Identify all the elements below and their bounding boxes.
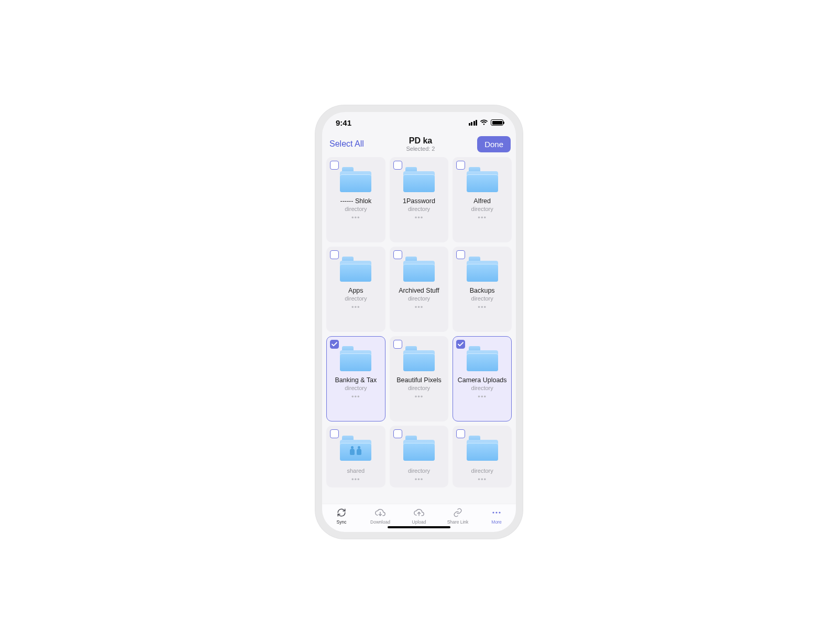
wifi-icon bbox=[480, 119, 488, 126]
folder-card[interactable]: Banking & Taxdirectory••• bbox=[326, 336, 385, 421]
folder-card[interactable]: Beautiful Pixelsdirectory••• bbox=[390, 336, 449, 421]
sync-icon bbox=[336, 507, 347, 518]
folder-subtitle: directory bbox=[408, 385, 430, 391]
folder-icon bbox=[403, 436, 435, 461]
screen: 9:41 Select All PD ka Selected: 2 bbox=[322, 112, 516, 532]
toolbar-upload[interactable]: Upload bbox=[403, 507, 435, 525]
card-more-icon[interactable]: ••• bbox=[351, 393, 360, 400]
folder-icon bbox=[467, 167, 498, 192]
folder-name: Alfred bbox=[456, 197, 508, 205]
folder-name: Banking & Tax bbox=[330, 376, 382, 384]
folder-name: Clients bbox=[393, 466, 445, 467]
folder-subtitle: directory bbox=[471, 468, 493, 474]
folder-subtitle: directory bbox=[345, 206, 367, 212]
folder-card[interactable]: Backupsdirectory••• bbox=[453, 247, 512, 332]
folder-name: Camera Uploads bbox=[456, 376, 508, 384]
status-time: 9:41 bbox=[336, 118, 351, 127]
selection-checkbox[interactable] bbox=[330, 429, 339, 438]
card-more-icon[interactable]: ••• bbox=[351, 476, 360, 483]
folder-card[interactable]: Archived Stuffdirectory••• bbox=[390, 247, 449, 332]
folder-name: ------ Shlok bbox=[330, 197, 382, 205]
selection-checkbox[interactable] bbox=[393, 340, 402, 349]
toolbar-share-label: Share Link bbox=[447, 519, 469, 525]
folder-grid-container[interactable]: ------ Shlokdirectory•••1Passworddirecto… bbox=[322, 157, 516, 504]
folder-card[interactable]: Chineseshared••• bbox=[326, 426, 385, 487]
svg-point-2 bbox=[499, 512, 500, 513]
card-more-icon[interactable]: ••• bbox=[415, 476, 424, 483]
folder-name: Beautiful Pixels bbox=[393, 376, 445, 384]
selection-checkbox[interactable] bbox=[456, 161, 465, 170]
folder-subtitle: shared bbox=[347, 468, 365, 474]
toolbar-share-link[interactable]: Share Link bbox=[442, 507, 473, 525]
selection-checkbox[interactable] bbox=[456, 250, 465, 259]
toolbar-download[interactable]: Download bbox=[365, 507, 396, 525]
folder-icon bbox=[403, 257, 435, 282]
card-more-icon[interactable]: ••• bbox=[415, 304, 424, 310]
folder-card[interactable]: Camera Uploadsdirectory••• bbox=[453, 336, 512, 421]
folder-name: Documents bbox=[456, 466, 508, 467]
card-more-icon[interactable]: ••• bbox=[415, 393, 424, 400]
folder-card[interactable]: Clientsdirectory••• bbox=[390, 426, 449, 487]
nav-bar: Select All PD ka Selected: 2 Done bbox=[322, 133, 516, 157]
home-indicator[interactable] bbox=[388, 526, 450, 529]
link-icon bbox=[453, 507, 463, 518]
toolbar-sync[interactable]: Sync bbox=[326, 507, 357, 525]
toolbar-upload-label: Upload bbox=[412, 519, 426, 525]
more-icon bbox=[491, 507, 502, 518]
cloud-upload-icon bbox=[414, 507, 424, 518]
card-more-icon[interactable]: ••• bbox=[351, 214, 360, 221]
folder-subtitle: directory bbox=[471, 385, 493, 391]
card-more-icon[interactable]: ••• bbox=[478, 304, 487, 310]
nav-title-group: PD ka Selected: 2 bbox=[406, 136, 435, 152]
folder-card[interactable]: Documentsdirectory••• bbox=[453, 426, 512, 487]
cellular-icon bbox=[469, 120, 478, 126]
card-more-icon[interactable]: ••• bbox=[351, 304, 360, 310]
folder-icon bbox=[403, 167, 435, 192]
selection-checkbox[interactable] bbox=[456, 429, 465, 438]
folder-name: 1Password bbox=[393, 197, 445, 205]
toolbar-download-label: Download bbox=[370, 519, 390, 525]
card-more-icon[interactable]: ••• bbox=[478, 214, 487, 221]
cloud-download-icon bbox=[375, 507, 385, 518]
folder-subtitle: directory bbox=[408, 295, 430, 302]
phone-frame: 9:41 Select All PD ka Selected: 2 bbox=[315, 105, 523, 539]
selection-count: Selected: 2 bbox=[406, 146, 435, 152]
selection-checkbox[interactable] bbox=[393, 250, 402, 259]
folder-name: Chinese bbox=[330, 466, 382, 467]
page-title: PD ka bbox=[406, 136, 435, 146]
card-more-icon[interactable]: ••• bbox=[478, 476, 487, 483]
folder-subtitle: directory bbox=[408, 468, 430, 474]
folder-card[interactable]: ------ Shlokdirectory••• bbox=[326, 157, 385, 242]
folder-icon bbox=[340, 346, 371, 371]
svg-point-0 bbox=[492, 512, 494, 513]
folder-subtitle: directory bbox=[345, 385, 367, 391]
toolbar-more[interactable]: More bbox=[481, 507, 512, 525]
folder-card[interactable]: Appsdirectory••• bbox=[326, 247, 385, 332]
folder-name: Apps bbox=[330, 287, 382, 294]
card-more-icon[interactable]: ••• bbox=[415, 214, 424, 221]
selection-checkbox[interactable] bbox=[393, 161, 402, 170]
selection-checkbox[interactable] bbox=[456, 340, 465, 349]
folder-icon bbox=[467, 346, 498, 371]
toolbar-sync-label: Sync bbox=[337, 519, 347, 525]
selection-checkbox[interactable] bbox=[330, 250, 339, 259]
folder-name: Archived Stuff bbox=[393, 287, 445, 294]
svg-point-1 bbox=[495, 512, 497, 513]
folder-icon bbox=[340, 257, 371, 282]
card-more-icon[interactable]: ••• bbox=[478, 393, 487, 400]
shared-folder-icon bbox=[340, 436, 371, 461]
folder-subtitle: directory bbox=[471, 295, 493, 302]
folder-card[interactable]: Alfreddirectory••• bbox=[453, 157, 512, 242]
status-bar: 9:41 bbox=[322, 112, 516, 133]
folder-subtitle: directory bbox=[345, 295, 367, 302]
selection-checkbox[interactable] bbox=[330, 340, 339, 349]
folder-card[interactable]: 1Passworddirectory••• bbox=[390, 157, 449, 242]
selection-checkbox[interactable] bbox=[330, 161, 339, 170]
toolbar-more-label: More bbox=[491, 519, 501, 525]
select-all-button[interactable]: Select All bbox=[327, 139, 364, 149]
battery-icon bbox=[491, 119, 503, 126]
folder-grid: ------ Shlokdirectory•••1Passworddirecto… bbox=[326, 157, 512, 487]
folder-icon bbox=[340, 167, 371, 192]
selection-checkbox[interactable] bbox=[393, 429, 402, 438]
done-button[interactable]: Done bbox=[477, 136, 511, 152]
